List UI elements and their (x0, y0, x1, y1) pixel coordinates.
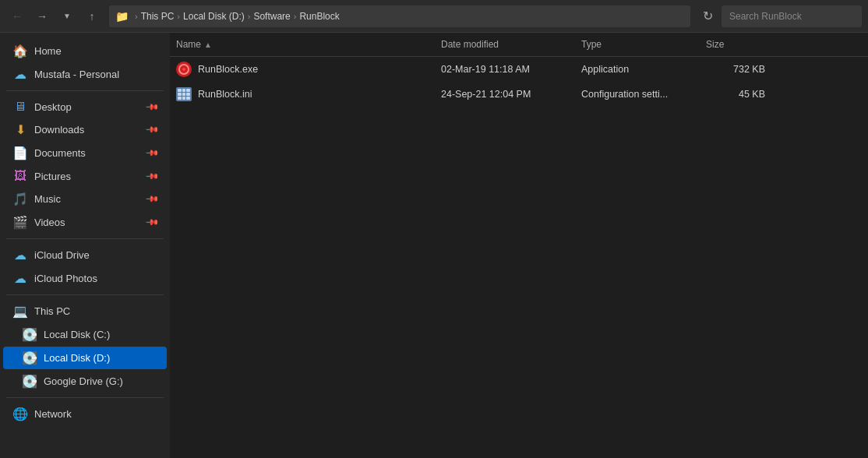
col-header-name[interactable]: Name ▲ (170, 36, 435, 53)
up-button[interactable]: ↑ (81, 5, 103, 27)
downloads-icon: ⬇ (12, 122, 28, 137)
videos-icon: 🎬 (12, 215, 28, 230)
sidebar-item-pictures[interactable]: 🖼 Pictures 📌 (3, 165, 167, 187)
sidebar-label-google-drive-g: Google Drive (G:) (44, 375, 157, 387)
sidebar-item-desktop[interactable]: 🖥 Desktop 📌 (3, 96, 167, 118)
toolbar: ← → ▼ ↑ 📁 › This PC › Local Disk (D:) › … (0, 0, 868, 33)
col-header-size[interactable]: Size (700, 36, 778, 53)
sidebar-item-videos[interactable]: 🎬 Videos 📌 (3, 211, 167, 234)
column-headers: Name ▲ Date modified Type Size (170, 33, 868, 57)
breadcrumb-item-software[interactable]: Software (253, 11, 290, 22)
file-type-exe: Application (575, 64, 700, 75)
table-row[interactable]: RunBlock.ini 24-Sep-21 12:04 PM Configur… (170, 83, 868, 107)
search-input[interactable] (722, 5, 862, 27)
breadcrumb-item-local-disk-d[interactable]: Local Disk (D:) (183, 11, 245, 22)
divider-1 (6, 90, 164, 91)
col-header-type[interactable]: Type (575, 36, 700, 53)
breadcrumb-sep-2: › (248, 12, 251, 21)
back-button[interactable]: ← (6, 5, 28, 27)
file-name-cell-ini: RunBlock.ini (170, 86, 435, 103)
pin-icon-documents: 📌 (144, 146, 159, 160)
file-size-exe: 732 KB (700, 64, 778, 75)
table-row[interactable]: RunBlock.exe 02-Mar-19 11:18 AM Applicat… (170, 57, 868, 83)
recent-dropdown-button[interactable]: ▼ (56, 5, 78, 27)
sidebar-item-mustafa-personal[interactable]: ☁ Mustafa - Personal (3, 63, 167, 86)
breadcrumb-bar: 📁 › This PC › Local Disk (D:) › Software… (109, 5, 690, 27)
divider-4 (6, 397, 164, 398)
music-icon: 🎵 (12, 192, 28, 206)
sidebar-label-local-disk-c: Local Disk (C:) (44, 329, 157, 340)
local-disk-c-icon: 💽 (22, 327, 37, 342)
sidebar-label-pictures: Pictures (34, 171, 140, 182)
sidebar-item-downloads[interactable]: ⬇ Downloads 📌 (3, 118, 167, 141)
breadcrumb-sep-1: › (177, 12, 180, 21)
sidebar-item-network[interactable]: 🌐 Network (3, 403, 167, 425)
documents-icon: 📄 (12, 146, 28, 160)
divider-2 (6, 238, 164, 239)
local-disk-d-icon: 💽 (22, 351, 37, 365)
file-name-ini: RunBlock.ini (198, 89, 252, 100)
sidebar-item-local-disk-d[interactable]: 💽 Local Disk (D:) (3, 347, 167, 369)
sidebar: 🏠 Home ☁ Mustafa - Personal 🖥 Desktop 📌 … (0, 33, 170, 458)
breadcrumb-folder-icon: 📁 (115, 10, 129, 23)
this-pc-icon: 💻 (12, 304, 28, 319)
sidebar-label-documents: Documents (34, 147, 140, 159)
pin-icon-pictures: 📌 (144, 168, 159, 183)
pin-icon-downloads: 📌 (144, 122, 159, 137)
file-list: RunBlock.exe 02-Mar-19 11:18 AM Applicat… (170, 57, 868, 458)
network-icon: 🌐 (12, 407, 28, 421)
sidebar-label-network: Network (34, 408, 157, 420)
file-type-ini: Configuration setti... (575, 89, 700, 100)
sort-arrow-name: ▲ (204, 41, 212, 49)
sidebar-label-videos: Videos (34, 217, 140, 228)
cloud-icon-mustafa: ☁ (12, 67, 28, 82)
sidebar-item-icloud-photos[interactable]: ☁ iCloud Photos (3, 267, 167, 290)
sidebar-item-google-drive-g[interactable]: 💽 Google Drive (G:) (3, 370, 167, 393)
google-drive-g-icon: 💽 (22, 374, 37, 389)
sidebar-label-desktop: Desktop (34, 101, 140, 113)
main-content: 🏠 Home ☁ Mustafa - Personal 🖥 Desktop 📌 … (0, 33, 868, 458)
sidebar-label-local-disk-d: Local Disk (D:) (44, 352, 157, 364)
exe-file-icon (176, 62, 192, 77)
breadcrumb-sep-3: › (294, 12, 297, 21)
sidebar-item-this-pc[interactable]: 💻 This PC (3, 300, 167, 322)
ini-file-icon (176, 87, 192, 101)
forward-button[interactable]: → (31, 5, 53, 27)
breadcrumb-item-runblock[interactable]: RunBlock (299, 11, 339, 22)
file-modified-exe: 02-Mar-19 11:18 AM (435, 64, 575, 75)
file-name-exe: RunBlock.exe (198, 64, 258, 75)
file-size-ini: 45 KB (700, 89, 778, 100)
file-area: Name ▲ Date modified Type Size RunBlock.… (170, 33, 868, 458)
sidebar-label-mustafa: Mustafa - Personal (34, 69, 157, 80)
sidebar-label-home: Home (34, 45, 157, 57)
pin-icon-desktop: 📌 (144, 99, 159, 114)
file-name-cell-exe: RunBlock.exe (170, 60, 435, 79)
sidebar-label-this-pc: This PC (34, 305, 157, 317)
sidebar-item-local-disk-c[interactable]: 💽 Local Disk (C:) (3, 323, 167, 346)
sidebar-item-home[interactable]: 🏠 Home (3, 40, 167, 62)
pin-icon-music: 📌 (144, 192, 159, 206)
desktop-icon: 🖥 (12, 100, 28, 114)
divider-3 (6, 294, 164, 295)
col-header-modified[interactable]: Date modified (435, 36, 575, 53)
sidebar-item-documents[interactable]: 📄 Documents 📌 (3, 142, 167, 164)
refresh-button[interactable]: ↻ (697, 5, 718, 27)
icloud-drive-icon: ☁ (12, 248, 28, 262)
breadcrumb-item-this-pc[interactable]: This PC (141, 11, 175, 22)
sidebar-label-downloads: Downloads (34, 124, 140, 136)
home-icon: 🏠 (12, 44, 28, 58)
sidebar-item-icloud-drive[interactable]: ☁ iCloud Drive (3, 244, 167, 266)
pin-icon-videos: 📌 (144, 215, 159, 230)
sidebar-label-icloud-drive: iCloud Drive (34, 249, 157, 261)
sidebar-item-music[interactable]: 🎵 Music 📌 (3, 188, 167, 210)
sidebar-label-icloud-photos: iCloud Photos (34, 273, 157, 284)
icloud-photos-icon: ☁ (12, 271, 28, 286)
breadcrumb-sep-0: › (135, 12, 138, 21)
pictures-icon: 🖼 (12, 169, 28, 183)
sidebar-label-music: Music (34, 193, 140, 205)
file-modified-ini: 24-Sep-21 12:04 PM (435, 89, 575, 100)
